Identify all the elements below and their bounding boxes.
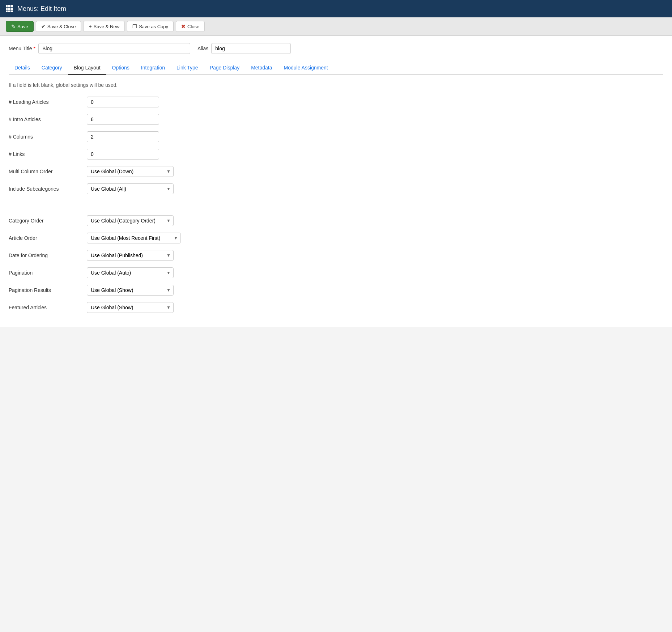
date-for-ordering-label: Date for Ordering (9, 253, 81, 258)
menu-title-label: Menu Title * (9, 46, 35, 51)
pagination-results-wrapper: Use Global (Show) Show Hide ▼ (87, 285, 174, 296)
app-header: Menus: Edit Item (0, 0, 672, 17)
tab-details[interactable]: Details (9, 61, 36, 75)
links-label: # Links (9, 151, 81, 157)
leading-articles-row: # Leading Articles (9, 97, 663, 107)
article-order-wrapper: Use Global (Most Recent First) Most Rece… (87, 233, 181, 243)
date-for-ordering-select[interactable]: Use Global (Published) Published Created… (87, 250, 174, 261)
featured-articles-label: Featured Articles (9, 305, 81, 310)
article-order-row: Article Order Use Global (Most Recent Fi… (9, 233, 663, 243)
featured-articles-row: Featured Articles Use Global (Show) Show… (9, 302, 663, 313)
pagination-results-select[interactable]: Use Global (Show) Show Hide (87, 285, 174, 296)
columns-input[interactable] (87, 131, 159, 142)
category-order-row: Category Order Use Global (Category Orde… (9, 215, 663, 226)
close-button[interactable]: ✖ Close (176, 21, 205, 32)
date-for-ordering-wrapper: Use Global (Published) Published Created… (87, 250, 174, 261)
article-order-label: Article Order (9, 235, 81, 241)
blog-layout-content: If a field is left blank, global setting… (9, 82, 663, 313)
menu-title-field: Menu Title * (9, 43, 190, 54)
include-subcategories-wrapper: Use Global (All) Yes No ▼ (87, 183, 174, 194)
tab-options[interactable]: Options (106, 61, 135, 75)
multi-column-order-row: Multi Column Order Use Global (Down) Dow… (9, 166, 663, 177)
leading-articles-input[interactable] (87, 97, 159, 107)
plus-icon: + (89, 24, 92, 29)
featured-articles-wrapper: Use Global (Show) Show Hide Only ▼ (87, 302, 174, 313)
multi-column-order-select[interactable]: Use Global (Down) Down Across (87, 166, 174, 177)
category-order-label: Category Order (9, 218, 81, 224)
pagination-results-row: Pagination Results Use Global (Show) Sho… (9, 285, 663, 296)
page-title: Menus: Edit Item (17, 5, 66, 13)
grid-icon (6, 5, 13, 12)
alias-field: Alias (197, 43, 291, 54)
multi-column-order-wrapper: Use Global (Down) Down Across ▼ (87, 166, 174, 177)
save-new-button[interactable]: + Save & New (83, 21, 125, 32)
close-icon: ✖ (181, 24, 186, 29)
category-order-wrapper: Use Global (Category Order) No Order Tit… (87, 215, 174, 226)
pagination-results-label: Pagination Results (9, 287, 81, 293)
columns-row: # Columns (9, 131, 663, 142)
save-close-button[interactable]: ✔ Save & Close (36, 21, 81, 32)
pagination-row: Pagination Use Global (Auto) Auto Show H… (9, 267, 663, 278)
pagination-label: Pagination (9, 270, 81, 276)
article-order-select[interactable]: Use Global (Most Recent First) Most Rece… (87, 233, 181, 243)
tab-category[interactable]: Category (36, 61, 68, 75)
include-subcategories-row: Include Subcategories Use Global (All) Y… (9, 183, 663, 194)
date-for-ordering-row: Date for Ordering Use Global (Published)… (9, 250, 663, 261)
links-input[interactable] (87, 149, 159, 160)
category-order-select[interactable]: Use Global (Category Order) No Order Tit… (87, 215, 174, 226)
menu-title-input[interactable] (38, 43, 190, 54)
alias-input[interactable] (211, 43, 291, 54)
columns-label: # Columns (9, 134, 81, 140)
tab-module-assignment[interactable]: Module Assignment (278, 61, 334, 75)
checkmark-icon: ✔ (41, 24, 46, 29)
save-copy-button[interactable]: ❐ Save as Copy (127, 21, 174, 32)
tab-bar: Details Category Blog Layout Options Int… (9, 61, 663, 75)
intro-articles-input[interactable] (87, 114, 159, 125)
include-subcategories-select[interactable]: Use Global (All) Yes No (87, 183, 174, 194)
intro-articles-row: # Intro Articles (9, 114, 663, 125)
copy-icon: ❐ (132, 24, 137, 29)
save-icon: ✎ (11, 24, 16, 29)
form-header: Menu Title * Alias (9, 43, 663, 54)
tab-metadata[interactable]: Metadata (245, 61, 278, 75)
pagination-select[interactable]: Use Global (Auto) Auto Show Hide (87, 267, 174, 278)
intro-articles-label: # Intro Articles (9, 116, 81, 122)
pagination-wrapper: Use Global (Auto) Auto Show Hide ▼ (87, 267, 174, 278)
form-description: If a field is left blank, global setting… (9, 82, 663, 88)
featured-articles-select[interactable]: Use Global (Show) Show Hide Only (87, 302, 174, 313)
tab-integration[interactable]: Integration (135, 61, 171, 75)
required-indicator: * (33, 46, 35, 51)
main-content: Menu Title * Alias Details Category Blog… (0, 36, 672, 327)
alias-label: Alias (197, 46, 208, 51)
toolbar: ✎ Save ✔ Save & Close + Save & New ❐ Sav… (0, 17, 672, 36)
tab-page-display[interactable]: Page Display (204, 61, 246, 75)
save-button[interactable]: ✎ Save (6, 21, 34, 32)
tab-blog-layout[interactable]: Blog Layout (68, 61, 106, 75)
leading-articles-label: # Leading Articles (9, 99, 81, 105)
include-subcategories-label: Include Subcategories (9, 186, 81, 192)
multi-column-order-label: Multi Column Order (9, 169, 81, 174)
tab-link-type[interactable]: Link Type (171, 61, 204, 75)
links-row: # Links (9, 149, 663, 160)
